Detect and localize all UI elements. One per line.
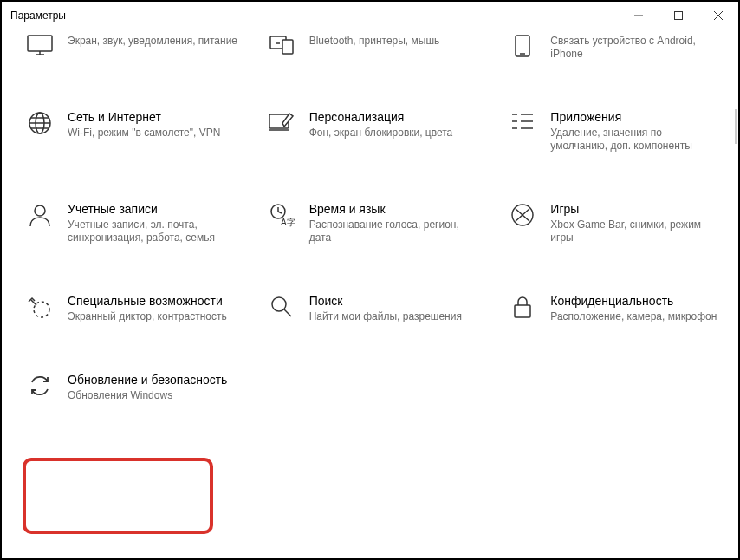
close-button[interactable] (698, 2, 738, 29)
tile-gaming[interactable]: Игры Xbox Game Bar, снимки, режим игры (495, 196, 728, 250)
tile-desc: Учетные записи, эл. почта, синхронизация… (68, 218, 238, 244)
brush-icon (254, 109, 309, 153)
tile-ease-of-access[interactable]: Специальные возможности Экранный диктор,… (12, 288, 245, 329)
tile-desc: Обновления Windows (68, 389, 238, 402)
tile-phone[interactable]: Телефон Связать устройство с Android, iP… (495, 29, 728, 66)
tile-desc: Фон, экран блокировки, цвета (309, 127, 480, 140)
search-icon (254, 293, 309, 323)
display-icon (12, 35, 68, 61)
phone-icon (495, 35, 550, 61)
tile-desc: Экран, звук, уведомления, питание (68, 35, 238, 48)
lock-icon (495, 293, 550, 323)
tile-desc: Найти мои файлы, разрешения (309, 310, 480, 323)
tile-desc: Экранный диктор, контрастность (68, 310, 238, 323)
tile-desc: Bluetooth, принтеры, мышь (309, 35, 480, 48)
svg-point-32 (272, 297, 286, 311)
tile-desc: Связать устройство с Android, iPhone (550, 35, 721, 61)
svg-rect-4 (28, 36, 52, 51)
tile-title: Персонализация (309, 109, 480, 125)
tile-accounts[interactable]: Учетные записи Учетные записи, эл. почта… (12, 196, 245, 250)
tile-title: Приложения (550, 109, 721, 125)
tile-devices[interactable]: Устройства Bluetooth, принтеры, мышь (254, 29, 487, 66)
tile-desc: Wi-Fi, режим "в самолете", VPN (68, 127, 238, 140)
tile-desc: Распознавание голоса, регион, дата (309, 218, 480, 244)
person-icon (12, 201, 68, 244)
tile-title: Сеть и Интернет (68, 109, 238, 125)
svg-point-25 (35, 205, 45, 216)
maximize-button[interactable] (659, 2, 698, 29)
accessibility-icon (12, 293, 68, 323)
time-language-icon: A字 (254, 201, 309, 244)
tile-title: Конфиденциальность (550, 293, 721, 309)
globe-icon (12, 109, 68, 153)
tile-search[interactable]: Поиск Найти мои файлы, разрешения (254, 288, 487, 329)
svg-rect-1 (675, 12, 683, 20)
tile-system[interactable]: Система Экран, звук, уведомления, питани… (12, 29, 245, 66)
devices-icon (254, 35, 309, 61)
titlebar: Параметры (2, 2, 738, 29)
scrollbar[interactable] (735, 109, 737, 144)
window-controls (619, 2, 738, 29)
tile-apps[interactable]: Приложения Удаление, значения по умолчан… (495, 104, 728, 158)
window-title: Параметры (10, 10, 66, 22)
svg-line-33 (284, 309, 291, 316)
tile-title: Поиск (309, 293, 480, 309)
tile-desc: Расположение, камера, микрофон (550, 310, 721, 323)
tile-title: Игры (550, 201, 721, 217)
minimize-button[interactable] (619, 2, 659, 29)
tile-personalization[interactable]: Персонализация Фон, экран блокировки, цв… (254, 104, 487, 158)
tile-network[interactable]: Сеть и Интернет Wi-Fi, режим "в самолете… (12, 104, 245, 158)
tile-title: Учетные записи (68, 201, 238, 217)
svg-line-28 (278, 212, 282, 213)
tile-title: Время и язык (309, 201, 480, 217)
tile-title: Специальные возможности (68, 293, 238, 309)
svg-rect-34 (515, 305, 530, 317)
settings-home: Система Экран, звук, уведомления, питани… (2, 29, 738, 558)
xbox-icon (495, 201, 550, 244)
tile-desc: Xbox Game Bar, снимки, режим игры (550, 218, 721, 244)
tile-title: Обновление и безопасность (68, 372, 238, 387)
svg-rect-8 (282, 40, 293, 54)
apps-icon (495, 109, 550, 153)
svg-text:A字: A字 (281, 218, 295, 227)
tile-desc: Удаление, значения по умолчанию, доп. ко… (550, 127, 721, 153)
highlight-annotation (23, 458, 213, 534)
tile-privacy[interactable]: Конфиденциальность Расположение, камера,… (495, 288, 728, 329)
tile-update-security[interactable]: Обновление и безопасность Обновления Win… (12, 367, 245, 407)
tile-time-language[interactable]: A字 Время и язык Распознавание голоса, ре… (254, 196, 487, 250)
sync-icon (12, 372, 68, 402)
